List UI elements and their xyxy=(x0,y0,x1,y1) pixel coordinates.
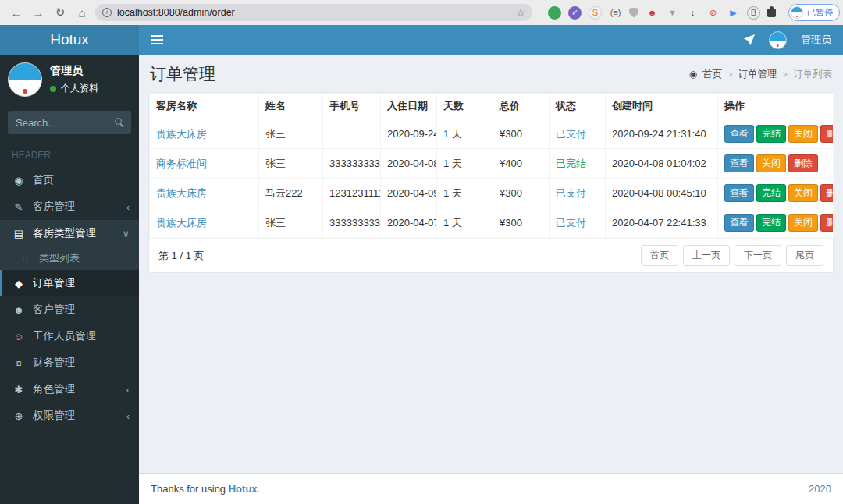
delete-button[interactable]: 删除 xyxy=(820,125,834,143)
sidebar-user-avatar[interactable] xyxy=(8,62,42,97)
online-status-icon xyxy=(50,86,56,92)
search-input[interactable] xyxy=(8,117,108,129)
delete-button[interactable]: 删除 xyxy=(820,214,834,232)
cell-phone: 33333333333 xyxy=(323,208,381,238)
brand-logo[interactable]: Hotux xyxy=(0,25,139,55)
room-link[interactable]: 贵族大床房 xyxy=(156,128,207,140)
column-header: 手机号 xyxy=(323,94,381,119)
equals-paren-icon[interactable]: (≡) xyxy=(609,6,622,20)
search-button[interactable] xyxy=(108,111,131,134)
orders-box: 客房名称姓名手机号入住日期天数总价状态创建时间操作 贵族大床房张三2020-09… xyxy=(148,92,834,273)
cell-days: 1 天 xyxy=(437,149,493,179)
paused-chip-avatar xyxy=(791,6,803,19)
navbar-user-name[interactable]: 管理员 xyxy=(801,33,831,47)
sidebar-item-label: 首页 xyxy=(33,173,54,187)
reload-icon[interactable]: ↻ xyxy=(52,5,69,20)
back-icon[interactable]: ← xyxy=(8,6,25,20)
chevron-left-icon: ‹ xyxy=(126,410,130,422)
adblock-icon[interactable] xyxy=(548,6,561,20)
finish-button[interactable]: 完结 xyxy=(756,125,786,143)
play-icon[interactable]: ▶ xyxy=(727,6,740,20)
chevron-left-icon: ‹ xyxy=(126,384,130,396)
room-link[interactable]: 商务标准间 xyxy=(156,158,207,169)
sidebar-item-permission-management[interactable]: ⊕权限管理‹ xyxy=(0,403,139,429)
b-badge-icon[interactable]: B xyxy=(747,6,760,20)
pagination-prev-button[interactable]: 上一页 xyxy=(683,245,730,266)
finish-button[interactable]: 完结 xyxy=(756,214,786,232)
cell-status: 已完结 xyxy=(550,149,606,179)
shield-icon[interactable] xyxy=(629,8,638,18)
cell-status: 已支付 xyxy=(550,179,606,208)
bookmark-star-icon[interactable]: ☆ xyxy=(516,7,525,19)
view-button[interactable]: 查看 xyxy=(724,125,754,143)
navbar-main: 管理员 xyxy=(139,25,843,55)
sidebar-item-staff-management[interactable]: ☺工作人员管理 xyxy=(0,323,139,350)
pagination-first-button[interactable]: 首页 xyxy=(641,245,678,266)
view-button[interactable]: 查看 xyxy=(724,214,754,232)
search-icon xyxy=(115,118,124,127)
paused-profile-chip[interactable]: 已暂停 xyxy=(788,4,840,21)
block-icon[interactable]: ⊘ xyxy=(706,6,720,20)
delete-button[interactable]: 删除 xyxy=(820,184,834,202)
cell-days: 1 天 xyxy=(437,119,493,149)
view-button[interactable]: 查看 xyxy=(724,184,754,202)
address-bar[interactable]: i localhost:8080/admin/order ☆ xyxy=(95,4,532,21)
home-icon[interactable]: ⌂ xyxy=(73,6,91,20)
org-people-icon[interactable]: ☻ xyxy=(646,6,659,20)
column-header: 状态 xyxy=(550,94,606,119)
site-info-icon[interactable]: i xyxy=(102,8,112,17)
footer-brand-link[interactable]: Hotux xyxy=(229,483,258,495)
forward-icon[interactable]: → xyxy=(30,6,47,20)
table-row: 贵族大床房张三2020-09-241 天¥300已支付2020-09-24 21… xyxy=(150,119,834,149)
s-badge-icon[interactable]: S xyxy=(589,6,602,20)
sidebar-item-room-management[interactable]: ✎客房管理‹ xyxy=(0,193,139,220)
close-button[interactable]: 关闭 xyxy=(788,125,818,143)
cell-phone: 33333333333 xyxy=(323,149,381,179)
cell-checkin-date: 2020-04-08 xyxy=(381,149,437,179)
breadcrumb-separator: > xyxy=(783,69,788,79)
cell-status: 已支付 xyxy=(550,119,606,149)
table-row: 贵族大床房张三333333333332020-04-071 天¥300已支付20… xyxy=(150,208,834,238)
navbar-user-avatar[interactable] xyxy=(769,31,787,49)
close-button[interactable]: 关闭 xyxy=(788,214,818,232)
v-arrow-icon[interactable]: ▼ xyxy=(666,6,679,20)
sidebar-item-home[interactable]: ◉首页 xyxy=(0,167,139,193)
download-icon[interactable]: ↓ xyxy=(686,6,699,20)
sidebar-item-customer-management[interactable]: ☻客户管理 xyxy=(0,296,139,323)
pagination-last-button[interactable]: 尾页 xyxy=(786,245,823,266)
sidebar-item-order-management[interactable]: ◆订单管理 xyxy=(0,270,139,296)
cell-guest-name: 张三 xyxy=(259,149,323,179)
check-badge-icon[interactable]: ✓ xyxy=(568,6,582,20)
cell-created-time: 2020-04-08 01:04:02 xyxy=(606,149,718,179)
breadcrumb-order-management[interactable]: 订单管理 xyxy=(738,68,777,81)
sidebar-item-label: 角色管理 xyxy=(33,382,75,396)
send-icon[interactable] xyxy=(744,34,755,45)
room-link[interactable]: 贵族大床房 xyxy=(156,217,207,229)
pagination-info: 第 1 / 1 页 xyxy=(158,249,205,263)
status-badge: 已支付 xyxy=(556,128,586,140)
sidebar-section-label: HEADER xyxy=(0,140,139,167)
sidebar-menu: ◉首页✎客房管理‹▤客房类型管理∨○类型列表◆订单管理☻客户管理☺工作人员管理¤… xyxy=(0,167,139,429)
sidebar-user-status[interactable]: 个人资料 xyxy=(50,82,98,95)
page-footer: Thanks for using Hotux. 2020 xyxy=(139,473,843,504)
pagination-next-button[interactable]: 下一页 xyxy=(735,245,781,266)
breadcrumb-home[interactable]: 首页 xyxy=(702,68,722,81)
sidebar-item-role-management[interactable]: ✱角色管理‹ xyxy=(0,376,139,403)
sidebar-item-finance-management[interactable]: ¤财务管理 xyxy=(0,350,139,376)
pager: 首页上一页下一页尾页 xyxy=(641,245,823,266)
view-button[interactable]: 查看 xyxy=(724,154,754,172)
delete-button[interactable]: 删除 xyxy=(788,154,818,172)
finish-button[interactable]: 完结 xyxy=(756,184,786,202)
cell-total-price: ¥300 xyxy=(493,179,550,208)
breadcrumb-order-list: 订单列表 xyxy=(793,68,832,81)
puzzle-icon[interactable] xyxy=(767,9,776,17)
footer-text: Thanks for using Hotux. xyxy=(151,483,260,495)
room-link[interactable]: 贵族大床房 xyxy=(156,187,207,199)
close-button[interactable]: 关闭 xyxy=(788,184,818,202)
close-button[interactable]: 关闭 xyxy=(756,154,786,172)
sidebar-item-room-type-management[interactable]: ▤客房类型管理∨ xyxy=(0,220,139,247)
cell-created-time: 2020-09-24 21:31:40 xyxy=(606,119,718,149)
sidebar-toggle-icon[interactable] xyxy=(151,39,163,41)
sidebar-item-type-list[interactable]: ○类型列表 xyxy=(0,247,139,270)
column-header: 客房名称 xyxy=(150,94,259,119)
